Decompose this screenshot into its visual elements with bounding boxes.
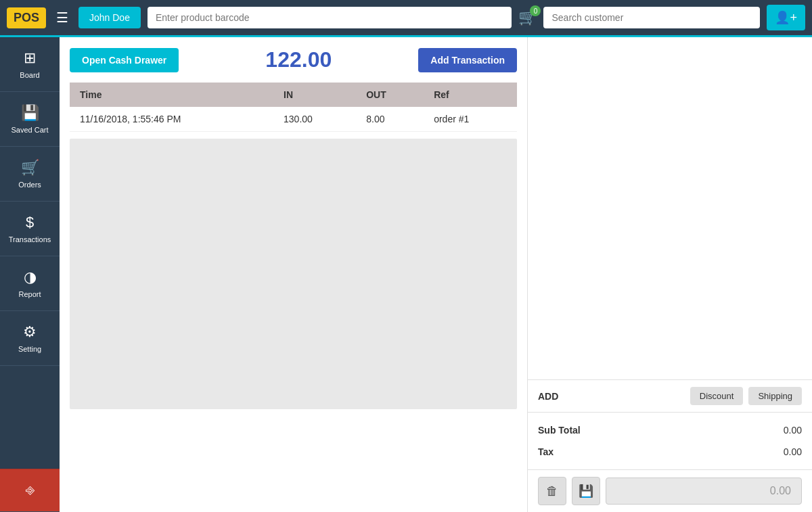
cash-amount: 122.00 (179, 47, 418, 72)
content-area: Open Cash Drawer 122.00 Add Transaction … (60, 37, 812, 512)
toolbar-row: Open Cash Drawer 122.00 Add Transaction (70, 47, 517, 72)
add-label: ADD (538, 391, 685, 402)
col-out: OUT (356, 83, 424, 107)
right-panel: ADD Discount Shipping Sub Total 0.00 Tax… (528, 37, 812, 512)
shipping-button[interactable]: Shipping (748, 387, 802, 405)
orders-icon: 🛒 (21, 159, 39, 177)
sidebar-label-transactions: Transactions (9, 235, 51, 243)
sub-total-value: 0.00 (784, 425, 802, 436)
right-panel-body (528, 37, 812, 379)
search-customer-input[interactable] (543, 7, 760, 28)
col-in: IN (273, 83, 356, 107)
transaction-table: Time IN OUT Ref 11/16/2018, 1:55:46 PM 1… (70, 83, 517, 132)
save-icon: 💾 (579, 484, 593, 498)
sidebar-label-saved-cart: Saved Cart (11, 126, 48, 134)
open-cash-drawer-button[interactable]: Open Cash Drawer (70, 48, 179, 72)
sidebar-item-report[interactable]: ◑ Report (0, 256, 60, 311)
setting-icon: ⚙ (23, 323, 37, 341)
sidebar-label-report: Report (18, 290, 41, 298)
user-button[interactable]: John Doe (78, 7, 141, 28)
col-ref: Ref (424, 83, 517, 107)
main-panel: Open Cash Drawer 122.00 Add Transaction … (60, 37, 528, 512)
sidebar-label-setting: Setting (18, 345, 41, 353)
tax-value: 0.00 (784, 446, 802, 457)
sidebar-label-board: Board (20, 71, 39, 79)
cart-icon-wrapper[interactable]: 🛒 0 (518, 9, 537, 26)
add-section: ADD Discount Shipping (528, 379, 812, 412)
cell-in: 130.00 (273, 107, 356, 132)
menu-icon[interactable]: ☰ (53, 6, 72, 29)
barcode-input[interactable] (148, 7, 512, 28)
sidebar: ⊞ Board 💾 Saved Cart 🛒 Orders $ Transact… (0, 37, 60, 512)
col-time: Time (70, 83, 273, 107)
cell-time: 11/16/2018, 1:55:46 PM (70, 107, 273, 132)
tax-row: Tax 0.00 (538, 441, 802, 463)
report-icon: ◑ (24, 269, 37, 286)
cart-badge: 0 (530, 5, 541, 16)
delete-icon: 🗑 (546, 484, 558, 498)
sidebar-item-orders[interactable]: 🛒 Orders (0, 147, 60, 202)
tax-label: Tax (538, 446, 554, 457)
sidebar-item-saved-cart[interactable]: 💾 Saved Cart (0, 92, 60, 147)
add-transaction-button[interactable]: Add Transaction (418, 48, 517, 72)
table-row: 11/16/2018, 1:55:46 PM 130.00 8.00 order… (70, 107, 517, 132)
sidebar-item-board[interactable]: ⊞ Board (0, 37, 60, 92)
topbar: POS ☰ John Doe 🛒 0 👤+ (0, 0, 812, 37)
sub-total-row: Sub Total 0.00 (538, 419, 802, 441)
table-header-row: Time IN OUT Ref (70, 83, 517, 107)
discount-button[interactable]: Discount (690, 387, 744, 405)
empty-area (70, 139, 517, 409)
main-layout: ⊞ Board 💾 Saved Cart 🛒 Orders $ Transact… (0, 37, 812, 512)
sidebar-item-transactions[interactable]: $ Transactions (0, 202, 60, 256)
sidebar-label-orders: Orders (18, 181, 41, 189)
add-person-icon: 👤+ (775, 11, 797, 24)
board-icon: ⊞ (24, 49, 36, 67)
save-button[interactable]: 💾 (572, 477, 600, 505)
add-customer-button[interactable]: 👤+ (767, 5, 805, 30)
cell-out: 8.00 (356, 107, 424, 132)
bottom-bar: 🗑 💾 0.00 (528, 469, 812, 512)
pos-logo: POS (7, 7, 46, 28)
cell-ref: order #1 (424, 107, 517, 132)
sidebar-item-setting[interactable]: ⚙ Setting (0, 311, 60, 366)
sidebar-item-logout[interactable]: ⎆ (0, 469, 60, 512)
saved-cart-icon: 💾 (21, 104, 39, 122)
transactions-icon: $ (26, 214, 34, 231)
logout-icon: ⎆ (26, 482, 35, 499)
delete-button[interactable]: 🗑 (538, 477, 566, 505)
sub-total-label: Sub Total (538, 425, 581, 436)
summary-section: Sub Total 0.00 Tax 0.00 (528, 412, 812, 469)
total-display: 0.00 (606, 478, 802, 505)
